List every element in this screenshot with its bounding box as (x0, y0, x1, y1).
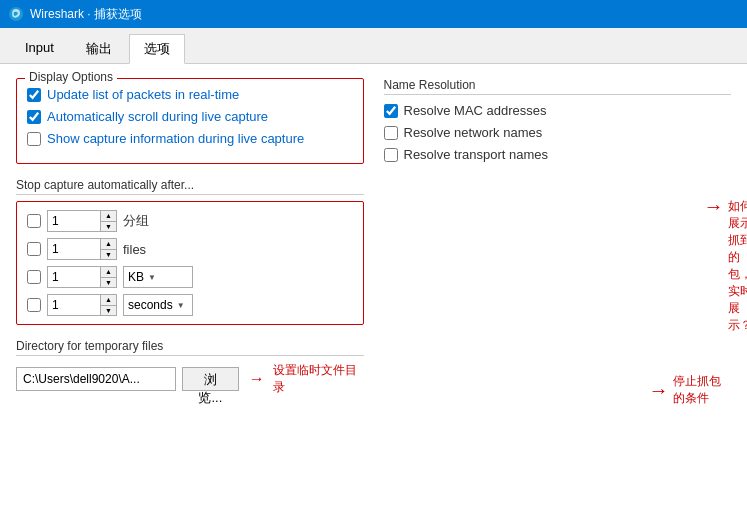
stop-files-input[interactable] (52, 240, 104, 258)
stop-kb-dropdown[interactable]: KB ▼ (123, 266, 193, 288)
display-annotation: 如何展示抓到的包，实时展示？ (728, 196, 748, 334)
resolve-transport-row: Resolve transport names (384, 147, 732, 162)
stop-seconds-dropdown-label: seconds (128, 298, 173, 312)
stop-files-spinner: ▲ ▼ (100, 239, 116, 259)
auto-scroll-row: Automatically scroll during live capture (27, 109, 353, 124)
auto-scroll-checkbox[interactable] (27, 110, 41, 124)
update-list-row: Update list of packets in real-time (27, 87, 353, 102)
stop-annotation-container: → 停止抓包的条件 (649, 373, 732, 407)
stop-seconds-input-wrapper: ▲ ▼ (47, 294, 117, 316)
stop-row-seconds: ▲ ▼ seconds ▼ (27, 294, 353, 316)
stop-kb-input-wrapper: ▲ ▼ (47, 266, 117, 288)
stop-arrow-icon: → (649, 379, 669, 402)
resolve-network-row: Resolve network names (384, 125, 732, 140)
stop-seconds-up[interactable]: ▲ (101, 295, 116, 306)
left-column: Display Options Update list of packets i… (16, 78, 364, 396)
stop-annotation: 停止抓包的条件 (673, 373, 732, 407)
resolve-mac-checkbox[interactable] (384, 104, 398, 118)
resolve-transport-checkbox[interactable] (384, 148, 398, 162)
stop-files-input-wrapper: ▲ ▼ (47, 238, 117, 260)
show-info-row: Show capture information during live cap… (27, 131, 353, 146)
resolve-network-checkbox[interactable] (384, 126, 398, 140)
stop-kb-dropdown-arrow: ▼ (148, 273, 156, 282)
stop-seconds-dropdown[interactable]: seconds ▼ (123, 294, 193, 316)
stop-row-kb: ▲ ▼ KB ▼ (27, 266, 353, 288)
stop-seconds-spinner: ▲ ▼ (100, 295, 116, 315)
stop-packets-unit: 分组 (123, 212, 149, 230)
title-bar: Wireshark · 捕获选项 (0, 0, 747, 28)
stop-kb-input[interactable] (52, 268, 104, 286)
stop-packets-down[interactable]: ▼ (101, 222, 116, 232)
update-list-checkbox[interactable] (27, 88, 41, 102)
show-info-checkbox[interactable] (27, 132, 41, 146)
stop-kb-spinner: ▲ ▼ (100, 267, 116, 287)
tab-bar: Input 输出 选项 (0, 28, 747, 64)
display-options-group: Display Options Update list of packets i… (16, 78, 364, 164)
browse-button[interactable]: 浏览... (182, 367, 239, 391)
stop-files-up[interactable]: ▲ (101, 239, 116, 250)
name-resolution-title: Name Resolution (384, 78, 732, 95)
window-title: Wireshark · 捕获选项 (30, 6, 142, 23)
display-options-label: Display Options (25, 70, 117, 84)
stop-section: Stop capture automatically after... ▲ ▼ (16, 178, 364, 325)
resolve-transport-label: Resolve transport names (404, 147, 549, 162)
dir-arrow-icon: → (249, 370, 265, 388)
stop-files-checkbox[interactable] (27, 242, 41, 256)
tab-output[interactable]: 输出 (71, 34, 127, 63)
display-annotation-container: → 如何展示抓到的包，实时展示？ (704, 196, 748, 334)
dir-annotation: 设置临时文件目录 (273, 362, 364, 396)
display-arrow-icon: → (704, 196, 724, 216)
stop-files-down[interactable]: ▼ (101, 250, 116, 260)
stop-seconds-dropdown-arrow: ▼ (177, 301, 185, 310)
stop-row-files: ▲ ▼ files (27, 238, 353, 260)
stop-packets-spinner: ▲ ▼ (100, 211, 116, 231)
name-resolution-group: Name Resolution Resolve MAC addresses Re… (384, 78, 732, 162)
directory-label: Directory for temporary files (16, 339, 364, 356)
stop-seconds-input[interactable] (52, 296, 104, 314)
resolve-network-label: Resolve network names (404, 125, 543, 140)
right-column: Name Resolution Resolve MAC addresses Re… (384, 78, 732, 396)
stop-kb-checkbox[interactable] (27, 270, 41, 284)
show-info-label: Show capture information during live cap… (47, 131, 304, 146)
update-list-label: Update list of packets in real-time (47, 87, 239, 102)
tab-options[interactable]: 选项 (129, 34, 185, 64)
resolve-mac-row: Resolve MAC addresses (384, 103, 732, 118)
wireshark-icon (8, 6, 24, 22)
stop-row-packets: ▲ ▼ 分组 (27, 210, 353, 232)
auto-scroll-label: Automatically scroll during live capture (47, 109, 268, 124)
stop-packets-input-wrapper: ▲ ▼ (47, 210, 117, 232)
tab-content-options: Display Options Update list of packets i… (0, 64, 747, 514)
resolve-mac-label: Resolve MAC addresses (404, 103, 547, 118)
directory-input[interactable] (16, 367, 176, 391)
stop-kb-up[interactable]: ▲ (101, 267, 116, 278)
stop-label: Stop capture automatically after... (16, 178, 364, 195)
tab-input[interactable]: Input (10, 34, 69, 63)
main-layout: Display Options Update list of packets i… (16, 78, 731, 396)
stop-seconds-checkbox[interactable] (27, 298, 41, 312)
stop-kb-dropdown-label: KB (128, 270, 144, 284)
stop-files-unit: files (123, 242, 146, 257)
stop-kb-down[interactable]: ▼ (101, 278, 116, 288)
directory-section: Directory for temporary files 浏览... → 设置… (16, 339, 364, 396)
stop-group: ▲ ▼ 分组 ▲ ▼ (16, 201, 364, 325)
stop-packets-input[interactable] (52, 212, 104, 230)
stop-seconds-down[interactable]: ▼ (101, 306, 116, 316)
directory-row: 浏览... → 设置临时文件目录 (16, 362, 364, 396)
stop-packets-up[interactable]: ▲ (101, 211, 116, 222)
stop-packets-checkbox[interactable] (27, 214, 41, 228)
